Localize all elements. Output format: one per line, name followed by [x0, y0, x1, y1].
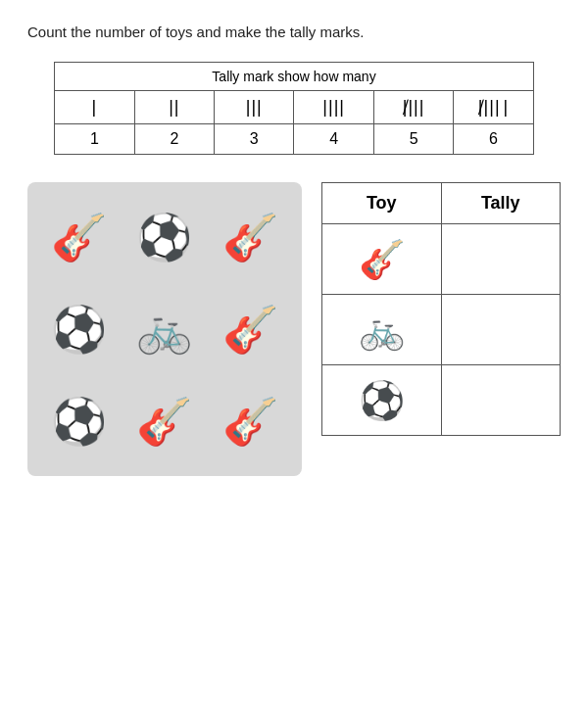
tally-mark-4: ||||: [294, 91, 373, 124]
tally-reference-table: Tally mark show how many | || ||| |||| |…: [54, 62, 534, 155]
toy-soccer: ⚽: [136, 211, 192, 263]
tally-soccer-cell[interactable]: [441, 365, 561, 436]
instruction-text: Count the number of toys and make the ta…: [27, 24, 561, 40]
tally-mark-2: ||: [134, 91, 214, 124]
toy-guitar: 🎸: [222, 211, 278, 263]
toy-bicycle-cell: 🚲: [322, 295, 442, 365]
tally-guitar-cell[interactable]: [441, 224, 561, 295]
toy-soccer: ⚽: [51, 303, 107, 356]
number-2: 2: [134, 124, 214, 155]
number-5: 5: [373, 124, 453, 155]
tally-table-header: Tally mark show how many: [55, 63, 534, 91]
main-content: 🎸 ⚽ 🎸 ⚽ 🚲 🎸 ⚽ 🎸 🎸 Toy Tally 🎸 🚲: [27, 182, 561, 476]
toy-guitar: 🎸: [222, 303, 278, 356]
table-row: 🚲: [322, 295, 561, 365]
tally-mark-3: |||: [215, 91, 294, 124]
tally-col-header: Tally: [441, 183, 561, 224]
table-row: 🎸: [322, 224, 561, 295]
tally-bicycle-cell[interactable]: [441, 295, 561, 365]
number-1: 1: [55, 124, 134, 155]
table-row: ⚽: [322, 365, 561, 436]
toy-soccer-cell: ⚽: [322, 365, 442, 436]
toy-tally-table: Toy Tally 🎸 🚲 ⚽: [321, 182, 561, 436]
toys-grid: 🎸 ⚽ 🎸 ⚽ 🚲 🎸 ⚽ 🎸 🎸: [27, 182, 302, 476]
toy-guitar-cell: 🎸: [322, 224, 442, 295]
tally-mark-5: ||||⁄: [373, 91, 453, 124]
toy-soccer: ⚽: [51, 395, 107, 448]
tally-mark-1: |: [55, 91, 134, 124]
tally-mark-6: ||||⁄|: [454, 91, 533, 124]
number-6: 6: [454, 124, 533, 155]
number-4: 4: [294, 124, 373, 155]
toy-guitar: 🎸: [136, 395, 192, 448]
toy-guitar: 🎸: [222, 395, 278, 448]
toy-bicycle: 🚲: [136, 303, 192, 356]
toy-guitar: 🎸: [51, 211, 107, 263]
number-3: 3: [215, 124, 294, 155]
toy-col-header: Toy: [322, 183, 442, 224]
